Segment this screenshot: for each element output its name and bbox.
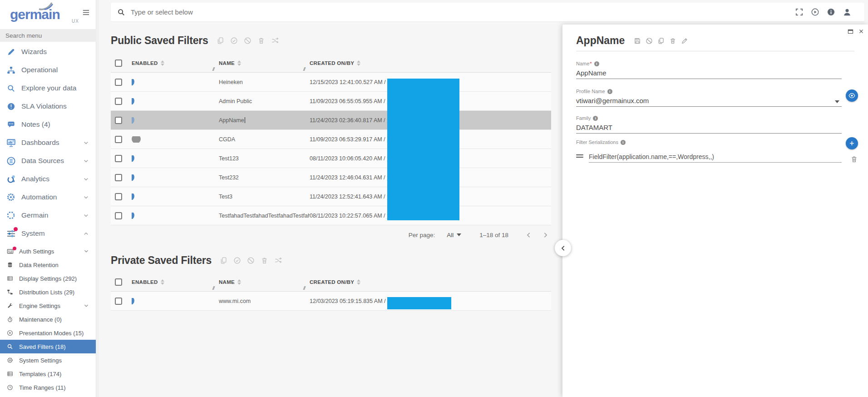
- save-icon[interactable]: [634, 37, 641, 45]
- table-row-selected[interactable]: AppName 11/24/2023 02:36:40.817 AM /vtiw: [111, 111, 551, 130]
- sidebar-item-germain[interactable]: Germain: [0, 206, 96, 224]
- column-resize-handle[interactable]: [212, 67, 214, 72]
- select-all-checkbox[interactable]: [115, 278, 122, 286]
- sidebar-item-presentation-modes[interactable]: Presentation Modes (15): [0, 326, 96, 340]
- hamburger-menu-icon[interactable]: [82, 8, 90, 17]
- name-input[interactable]: [576, 67, 842, 79]
- user-icon[interactable]: [843, 8, 852, 17]
- sidebar-item-dashboards[interactable]: Dashboards: [0, 134, 96, 152]
- brand-logo[interactable]: germain UX: [10, 3, 69, 26]
- sidebar-item-data-sources[interactable]: Data Sources: [0, 152, 96, 170]
- trash-icon[interactable]: [257, 37, 265, 45]
- table-row[interactable]: Test123 08/11/2023 10:06:05.420 AM /faha: [111, 149, 551, 168]
- copy-icon[interactable]: [217, 37, 224, 45]
- sidebar-item-system-settings[interactable]: System Settings: [0, 353, 96, 367]
- global-search-input[interactable]: [131, 8, 795, 16]
- disable-block-icon[interactable]: [646, 37, 653, 45]
- per-page-select[interactable]: All: [447, 232, 461, 238]
- next-page-icon[interactable]: [542, 231, 549, 239]
- table-header: ENABLED NAME CREATED ON/BY: [111, 54, 551, 73]
- row-checkbox[interactable]: [115, 212, 122, 219]
- sidebar-item-engine-settings[interactable]: Engine Settings: [0, 299, 96, 313]
- column-resize-handle[interactable]: [212, 286, 214, 291]
- sidebar-item-analytics[interactable]: Analytics: [0, 170, 96, 188]
- sidebar-item-maintenance[interactable]: Maintenance (0): [0, 313, 96, 326]
- sidebar-item-data-retention[interactable]: Data Retention: [0, 258, 96, 272]
- enable-check-icon[interactable]: [233, 257, 241, 264]
- sort-icon[interactable]: [237, 279, 241, 285]
- table-row[interactable]: Test3 11/24/2023 12:52:41.643 AM /vtiw: [111, 187, 551, 206]
- disable-block-icon[interactable]: [247, 257, 255, 264]
- profile-name-select[interactable]: [576, 95, 842, 107]
- id-card-icon: [5, 248, 15, 255]
- select-all-checkbox[interactable]: [115, 60, 122, 67]
- trash-icon[interactable]: [261, 257, 268, 264]
- sidebar-item-notes[interactable]: Notes (4): [0, 115, 96, 134]
- collapse-panel-button[interactable]: [555, 240, 571, 256]
- sort-icon[interactable]: [161, 60, 164, 66]
- shuffle-icon[interactable]: [271, 37, 279, 45]
- row-checkbox[interactable]: [115, 174, 122, 181]
- family-input[interactable]: [576, 122, 842, 134]
- table-row[interactable]: CGDA 11/09/2023 06:53:29.917 AM /arun: [111, 130, 551, 149]
- sidebar-item-display-settings[interactable]: Display Settings (292): [0, 272, 96, 285]
- column-resize-handle[interactable]: [303, 286, 305, 291]
- list-icon: [5, 371, 15, 377]
- close-icon[interactable]: [858, 28, 864, 35]
- germain-app: germain UX Wizards Operational Explore y…: [0, 0, 868, 397]
- sidebar-item-templates[interactable]: Templates (174): [0, 367, 96, 381]
- sidebar-menu: Wizards Operational Explore your data SL…: [0, 42, 96, 394]
- sidebar-scrollbar[interactable]: [96, 0, 99, 397]
- row-checkbox[interactable]: [115, 136, 122, 143]
- chevron-down-icon: [83, 248, 89, 254]
- maximize-icon[interactable]: [847, 28, 854, 35]
- table-row[interactable]: www.mi.com 12/03/2023 05:19:15.835 AM /y…: [111, 292, 551, 311]
- table-row[interactable]: TestfahadTestfahadTestfahadTestfaha... 0…: [111, 206, 551, 225]
- trash-icon[interactable]: [669, 37, 676, 45]
- table-row[interactable]: Admin Public 11/09/2023 06:55:05.955 AM …: [111, 92, 551, 111]
- shuffle-icon[interactable]: [274, 257, 282, 264]
- row-checkbox[interactable]: [115, 298, 122, 305]
- copy-icon[interactable]: [657, 37, 665, 45]
- column-resize-handle[interactable]: [303, 67, 305, 72]
- row-checkbox[interactable]: [115, 193, 122, 200]
- sort-icon[interactable]: [357, 60, 360, 66]
- sidebar-item-explore[interactable]: Explore your data: [0, 79, 96, 97]
- table-row[interactable]: Heineken 12/15/2023 12:41:00.527 AM /bko…: [111, 73, 551, 92]
- pencil-icon: [5, 48, 16, 56]
- sidebar-item-sla-violations[interactable]: SLA Violations: [0, 97, 96, 115]
- sidebar-item-saved-filters[interactable]: Saved Filters (18): [0, 340, 96, 353]
- sidebar-item-automation[interactable]: Automation: [0, 188, 96, 206]
- drag-handle-icon[interactable]: [576, 153, 583, 159]
- sort-icon[interactable]: [237, 60, 241, 66]
- sort-icon[interactable]: [161, 279, 164, 285]
- enable-check-icon[interactable]: [230, 37, 238, 45]
- disable-block-icon[interactable]: [244, 37, 252, 45]
- trash-icon[interactable]: [850, 155, 858, 163]
- sidebar-item-time-ranges[interactable]: Time Ranges (11): [0, 381, 96, 394]
- serializations-label: Filter Serializations: [576, 139, 626, 145]
- table-row[interactable]: Test232 11/24/2023 12:46:04.631 AM /vtiw: [111, 168, 551, 187]
- sidebar-item-operational[interactable]: Operational: [0, 61, 96, 79]
- add-serialization-button[interactable]: [846, 137, 858, 149]
- fullscreen-icon[interactable]: [795, 8, 804, 16]
- row-checkbox[interactable]: [115, 98, 122, 105]
- serialization-input[interactable]: [589, 151, 842, 163]
- info-icon[interactable]: [827, 8, 835, 16]
- name-inline-edit[interactable]: AppName: [219, 117, 244, 124]
- sidebar-item-system[interactable]: System: [0, 224, 96, 243]
- play-circle-icon[interactable]: [811, 8, 819, 16]
- copy-icon[interactable]: [220, 257, 227, 264]
- sidebar-item-distribution-lists[interactable]: Distribution Lists (29): [0, 285, 96, 299]
- sidebar-item-auth-settings[interactable]: Auth Settings: [0, 244, 96, 258]
- view-profile-button[interactable]: [846, 89, 858, 102]
- sidebar-search-input[interactable]: [0, 29, 96, 42]
- prev-page-icon[interactable]: [525, 231, 533, 239]
- row-checkbox[interactable]: [115, 79, 122, 86]
- row-checkbox[interactable]: [115, 117, 122, 124]
- caret-down-icon[interactable]: [835, 100, 839, 103]
- sidebar-item-wizards[interactable]: Wizards: [0, 43, 96, 61]
- row-checkbox[interactable]: [115, 155, 122, 162]
- edit-icon[interactable]: [681, 37, 688, 45]
- sort-icon[interactable]: [357, 279, 360, 285]
